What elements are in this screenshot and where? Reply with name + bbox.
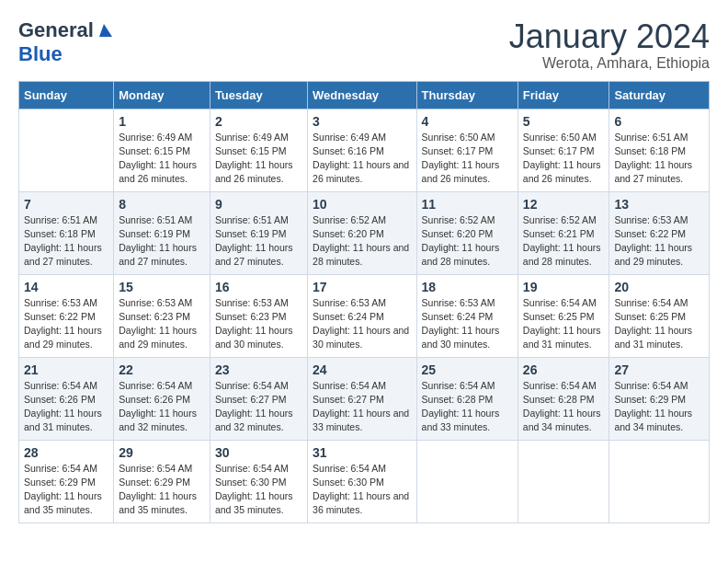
calendar-cell: 20Sunrise: 6:54 AMSunset: 6:25 PMDayligh…	[609, 274, 710, 357]
calendar-cell	[416, 440, 518, 523]
day-number: 10	[313, 197, 411, 212]
day-info: Sunrise: 6:49 AMSunset: 6:15 PMDaylight:…	[215, 131, 302, 187]
calendar-cell: 15Sunrise: 6:53 AMSunset: 6:23 PMDayligh…	[114, 274, 210, 357]
day-number: 6	[614, 114, 704, 129]
calendar-cell: 1Sunrise: 6:49 AMSunset: 6:15 PMDaylight…	[114, 109, 210, 191]
calendar-cell: 14Sunrise: 6:53 AMSunset: 6:22 PMDayligh…	[19, 274, 114, 357]
day-number: 27	[614, 362, 704, 377]
logo: General Blue	[18, 18, 112, 66]
calendar-cell: 4Sunrise: 6:50 AMSunset: 6:17 PMDaylight…	[416, 109, 518, 191]
day-number: 13	[614, 197, 704, 212]
logo-general: General	[18, 18, 94, 42]
calendar-cell: 27Sunrise: 6:54 AMSunset: 6:29 PMDayligh…	[609, 357, 710, 440]
day-info: Sunrise: 6:53 AMSunset: 6:22 PMDaylight:…	[24, 296, 108, 352]
day-number: 12	[523, 197, 605, 212]
day-number: 14	[24, 280, 108, 294]
day-info: Sunrise: 6:54 AMSunset: 6:29 PMDaylight:…	[119, 462, 205, 518]
day-number: 22	[119, 362, 205, 377]
calendar-cell: 19Sunrise: 6:54 AMSunset: 6:25 PMDayligh…	[518, 274, 609, 357]
calendar-cell: 30Sunrise: 6:54 AMSunset: 6:30 PMDayligh…	[210, 440, 307, 523]
header-day: Wednesday	[308, 81, 416, 109]
logo-icon	[96, 22, 112, 39]
header-day: Thursday	[416, 81, 518, 109]
day-info: Sunrise: 6:54 AMSunset: 6:26 PMDaylight:…	[119, 379, 205, 435]
day-info: Sunrise: 6:50 AMSunset: 6:17 PMDaylight:…	[523, 131, 605, 187]
day-info: Sunrise: 6:54 AMSunset: 6:25 PMDaylight:…	[614, 296, 704, 352]
calendar-cell: 31Sunrise: 6:54 AMSunset: 6:30 PMDayligh…	[308, 440, 416, 523]
calendar-cell	[609, 440, 710, 523]
calendar-cell: 8Sunrise: 6:51 AMSunset: 6:19 PMDaylight…	[114, 191, 210, 274]
calendar-cell: 5Sunrise: 6:50 AMSunset: 6:17 PMDaylight…	[518, 109, 609, 191]
day-number: 25	[422, 362, 513, 377]
day-info: Sunrise: 6:52 AMSunset: 6:21 PMDaylight:…	[523, 213, 605, 270]
day-info: Sunrise: 6:50 AMSunset: 6:17 PMDaylight:…	[422, 131, 513, 187]
calendar-week-row: 1Sunrise: 6:49 AMSunset: 6:15 PMDaylight…	[19, 109, 710, 191]
calendar-cell	[19, 109, 114, 191]
calendar-cell: 3Sunrise: 6:49 AMSunset: 6:16 PMDaylight…	[308, 109, 416, 191]
day-number: 3	[313, 114, 411, 129]
day-info: Sunrise: 6:49 AMSunset: 6:16 PMDaylight:…	[313, 131, 411, 187]
header-day: Friday	[518, 81, 609, 109]
calendar-cell: 22Sunrise: 6:54 AMSunset: 6:26 PMDayligh…	[114, 357, 210, 440]
header: General Blue January 2024 Werota, Amhara…	[18, 18, 710, 72]
day-number: 21	[24, 362, 108, 377]
calendar-table: SundayMondayTuesdayWednesdayThursdayFrid…	[18, 81, 710, 523]
header-row: SundayMondayTuesdayWednesdayThursdayFrid…	[19, 81, 710, 109]
day-info: Sunrise: 6:54 AMSunset: 6:27 PMDaylight:…	[215, 379, 302, 435]
day-info: Sunrise: 6:53 AMSunset: 6:24 PMDaylight:…	[313, 296, 411, 352]
calendar-cell: 11Sunrise: 6:52 AMSunset: 6:20 PMDayligh…	[416, 191, 518, 274]
calendar-week-row: 21Sunrise: 6:54 AMSunset: 6:26 PMDayligh…	[19, 357, 710, 440]
calendar-week-row: 14Sunrise: 6:53 AMSunset: 6:22 PMDayligh…	[19, 274, 710, 357]
calendar-week-row: 7Sunrise: 6:51 AMSunset: 6:18 PMDaylight…	[19, 191, 710, 274]
day-number: 30	[215, 445, 302, 460]
day-number: 8	[119, 197, 205, 212]
day-number: 7	[24, 197, 108, 212]
day-number: 29	[119, 445, 205, 460]
header-day: Tuesday	[210, 81, 307, 109]
title-area: January 2024 Werota, Amhara, Ethiopia	[509, 18, 710, 72]
day-info: Sunrise: 6:51 AMSunset: 6:19 PMDaylight:…	[215, 213, 302, 270]
day-info: Sunrise: 6:53 AMSunset: 6:23 PMDaylight:…	[215, 296, 302, 352]
day-number: 4	[422, 114, 513, 129]
day-info: Sunrise: 6:54 AMSunset: 6:30 PMDaylight:…	[215, 462, 302, 518]
calendar-cell: 21Sunrise: 6:54 AMSunset: 6:26 PMDayligh…	[19, 357, 114, 440]
calendar-cell: 16Sunrise: 6:53 AMSunset: 6:23 PMDayligh…	[210, 274, 307, 357]
calendar-cell: 10Sunrise: 6:52 AMSunset: 6:20 PMDayligh…	[308, 191, 416, 274]
calendar-cell: 13Sunrise: 6:53 AMSunset: 6:22 PMDayligh…	[609, 191, 710, 274]
calendar-cell: 6Sunrise: 6:51 AMSunset: 6:18 PMDaylight…	[609, 109, 710, 191]
calendar-cell: 25Sunrise: 6:54 AMSunset: 6:28 PMDayligh…	[416, 357, 518, 440]
day-info: Sunrise: 6:53 AMSunset: 6:23 PMDaylight:…	[119, 296, 205, 352]
day-info: Sunrise: 6:54 AMSunset: 6:27 PMDaylight:…	[313, 379, 411, 435]
day-number: 26	[523, 362, 605, 377]
calendar-cell: 29Sunrise: 6:54 AMSunset: 6:29 PMDayligh…	[114, 440, 210, 523]
calendar-cell: 26Sunrise: 6:54 AMSunset: 6:28 PMDayligh…	[518, 357, 609, 440]
calendar-week-row: 28Sunrise: 6:54 AMSunset: 6:29 PMDayligh…	[19, 440, 710, 523]
day-info: Sunrise: 6:52 AMSunset: 6:20 PMDaylight:…	[313, 213, 411, 270]
calendar-cell: 9Sunrise: 6:51 AMSunset: 6:19 PMDaylight…	[210, 191, 307, 274]
svg-marker-0	[99, 24, 112, 37]
day-info: Sunrise: 6:52 AMSunset: 6:20 PMDaylight:…	[422, 213, 513, 270]
day-info: Sunrise: 6:53 AMSunset: 6:22 PMDaylight:…	[614, 213, 704, 270]
calendar-cell: 23Sunrise: 6:54 AMSunset: 6:27 PMDayligh…	[210, 357, 307, 440]
day-number: 31	[313, 445, 411, 460]
day-info: Sunrise: 6:54 AMSunset: 6:25 PMDaylight:…	[523, 296, 605, 352]
calendar-cell: 18Sunrise: 6:53 AMSunset: 6:24 PMDayligh…	[416, 274, 518, 357]
calendar-cell: 12Sunrise: 6:52 AMSunset: 6:21 PMDayligh…	[518, 191, 609, 274]
day-info: Sunrise: 6:54 AMSunset: 6:28 PMDaylight:…	[422, 379, 513, 435]
day-info: Sunrise: 6:49 AMSunset: 6:15 PMDaylight:…	[119, 131, 205, 187]
logo-blue: Blue	[18, 42, 63, 65]
calendar-cell	[518, 440, 609, 523]
day-number: 15	[119, 280, 205, 294]
day-info: Sunrise: 6:54 AMSunset: 6:28 PMDaylight:…	[523, 379, 605, 435]
day-info: Sunrise: 6:51 AMSunset: 6:18 PMDaylight:…	[24, 213, 108, 270]
day-info: Sunrise: 6:54 AMSunset: 6:29 PMDaylight:…	[24, 462, 108, 518]
day-number: 20	[614, 280, 704, 294]
day-number: 17	[313, 280, 411, 294]
day-number: 5	[523, 114, 605, 129]
day-info: Sunrise: 6:51 AMSunset: 6:19 PMDaylight:…	[119, 213, 205, 270]
header-day: Sunday	[19, 81, 114, 109]
day-info: Sunrise: 6:54 AMSunset: 6:30 PMDaylight:…	[313, 462, 411, 518]
day-number: 19	[523, 280, 605, 294]
day-number: 23	[215, 362, 302, 377]
day-number: 9	[215, 197, 302, 212]
